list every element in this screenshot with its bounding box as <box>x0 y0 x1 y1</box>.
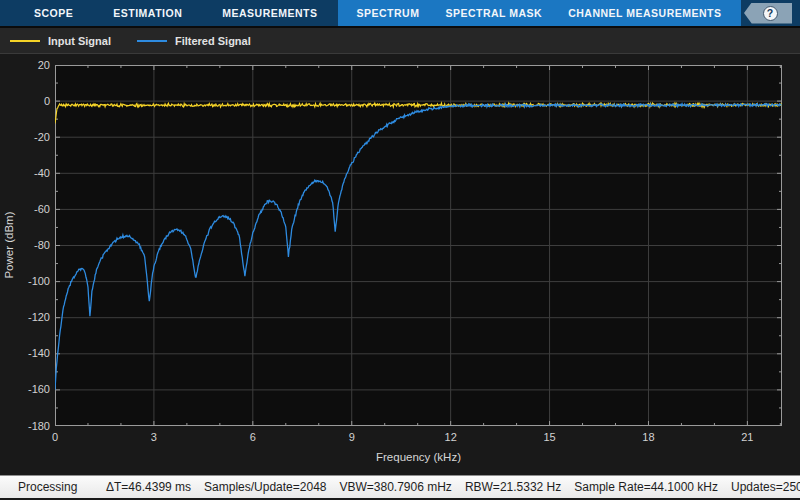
y-tick-label: -120 <box>4 311 50 323</box>
y-tick-label: 20 <box>4 59 50 71</box>
trace-filtered-signal <box>55 104 782 390</box>
tab-spectrum[interactable]: SPECTRUM <box>344 0 433 26</box>
y-tick-label: -20 <box>4 131 50 143</box>
status-bar: Processing ΔT=46.4399 msSamples/Update=2… <box>0 475 800 498</box>
x-tick-label: 15 <box>543 431 555 443</box>
x-tick-label: 6 <box>250 431 256 443</box>
y-tick-label: -40 <box>4 167 50 179</box>
y-tick-label: -160 <box>4 383 50 395</box>
spectrum-plot-region: Power (dBm) Frequency (kHz) 200-20-40-60… <box>0 54 800 475</box>
help-button[interactable]: ? <box>744 3 792 24</box>
tab-group-main: SCOPE ESTIMATION MEASUREMENTS <box>0 0 338 26</box>
x-tick-label: 12 <box>445 431 457 443</box>
toolstrip-tabbar: SCOPE ESTIMATION MEASUREMENTS SPECTRUM S… <box>0 0 800 28</box>
y-tick-label: -100 <box>4 275 50 287</box>
status-metric: ΔT=46.4399 ms <box>106 480 191 494</box>
status-metric: RBW=21.5332 Hz <box>465 480 561 494</box>
legend-label: Filtered Signal <box>175 35 251 47</box>
tab-channel-measurements[interactable]: CHANNEL MEASUREMENTS <box>555 0 734 26</box>
x-tick-label: 21 <box>741 431 753 443</box>
x-axis-title: Frequency (kHz) <box>55 451 782 463</box>
input-signal-line-swatch <box>10 40 40 42</box>
y-tick-label: -80 <box>4 239 50 251</box>
y-tick-label: -180 <box>4 420 50 432</box>
y-tick-label: -60 <box>4 203 50 215</box>
legend-bar: Input Signal Filtered Signal <box>0 28 800 54</box>
legend-item-filtered-signal[interactable]: Filtered Signal <box>137 35 251 47</box>
trace-input-signal <box>55 103 782 123</box>
legend-item-input-signal[interactable]: Input Signal <box>10 35 111 47</box>
filtered-signal-line-swatch <box>137 40 167 42</box>
status-metric: Sample Rate=44.1000 kHz <box>574 480 718 494</box>
y-tick-label: 0 <box>4 95 50 107</box>
status-metric: VBW=380.7906 mHz <box>339 480 451 494</box>
status-metrics: ΔT=46.4399 msSamples/Update=2048VBW=380.… <box>106 480 800 494</box>
tabbar-spacer <box>741 0 745 26</box>
status-metric: Samples/Update=2048 <box>204 480 326 494</box>
x-tick-label: 18 <box>642 431 654 443</box>
tab-measurements[interactable]: MEASUREMENTS <box>202 0 337 26</box>
legend-label: Input Signal <box>48 35 111 47</box>
x-tick-label: 3 <box>151 431 157 443</box>
tab-scope[interactable]: SCOPE <box>14 0 93 26</box>
tab-estimation[interactable]: ESTIMATION <box>93 0 202 26</box>
help-icon: ? <box>763 6 778 21</box>
tab-spectral-mask[interactable]: SPECTRAL MASK <box>432 0 555 26</box>
x-tick-label: 0 <box>52 431 58 443</box>
spectrum-plot[interactable] <box>55 65 782 426</box>
status-state: Processing <box>18 480 106 494</box>
x-tick-label: 9 <box>349 431 355 443</box>
status-metric: Updates=250 <box>731 480 800 494</box>
tab-group-contextual: SPECTRUM SPECTRAL MASK CHANNEL MEASUREME… <box>338 0 741 26</box>
y-tick-label: -140 <box>4 347 50 359</box>
